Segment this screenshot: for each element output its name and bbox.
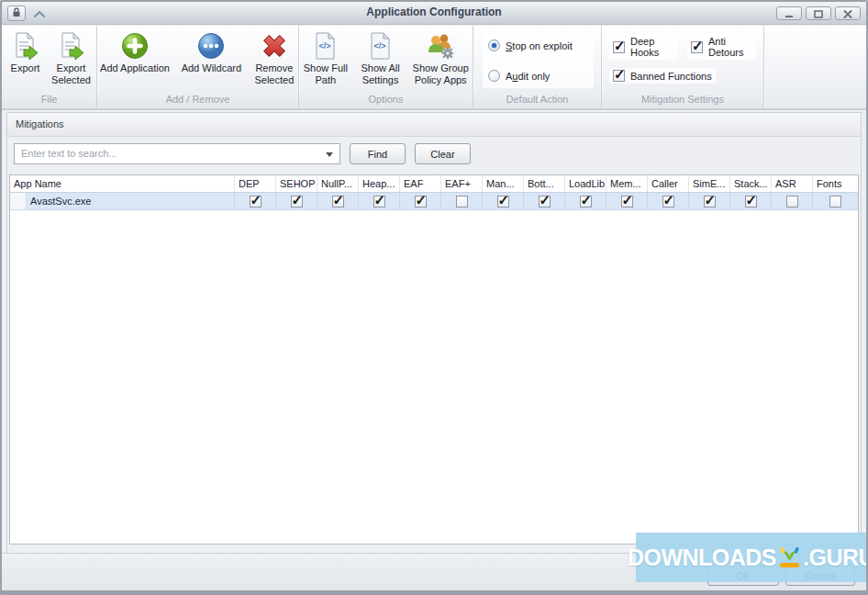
mitigation-cell-man: [483, 193, 524, 209]
radio-icon: [488, 70, 500, 82]
export-selected-icon: [57, 31, 86, 61]
anti-detours-checkbox[interactable]: Anti Detours: [687, 34, 756, 60]
minimize-button[interactable]: [776, 6, 802, 20]
mitigations-panel: Mitigations Enter text to search... Find…: [6, 112, 862, 584]
mitigation-cell-eaf: [400, 193, 441, 209]
grid-column-header[interactable]: Mem...: [606, 175, 648, 192]
mitigation-checkbox[interactable]: [291, 196, 303, 208]
mitigation-cell-stack: [730, 193, 772, 209]
show-all-settings-button[interactable]: </> Show All Settings: [356, 30, 406, 87]
mitigation-cell-bott: [524, 193, 565, 209]
export-selected-button[interactable]: Export Selected: [48, 30, 95, 87]
grid-column-header[interactable]: Stack...: [730, 175, 772, 192]
mitigation-checkbox[interactable]: [415, 196, 427, 208]
show-all-settings-label: Show All Settings: [358, 62, 404, 86]
maximize-icon: [814, 6, 823, 22]
mitigation-checkbox[interactable]: [373, 196, 385, 208]
grid-column-header[interactable]: EAF: [400, 175, 441, 192]
ribbon-group-options: </> Show Full Path </> Show All Settings…: [299, 26, 473, 108]
grid-column-header[interactable]: Bott...: [524, 175, 565, 192]
mitigation-checkbox[interactable]: [332, 196, 344, 208]
search-placeholder: Enter text to search...: [21, 148, 117, 159]
mitigation-checkbox[interactable]: [250, 196, 262, 208]
export-selected-label: Export Selected: [50, 62, 94, 86]
mitigation-checkbox[interactable]: [580, 196, 592, 208]
grid-column-header[interactable]: ASR: [772, 175, 813, 192]
mitigation-checkbox[interactable]: [704, 196, 716, 208]
titlebar: Application Configuration: [2, 2, 866, 25]
audit-only-radio[interactable]: Audit only: [488, 70, 588, 82]
checkbox-icon: [691, 41, 703, 53]
mitigation-cell-heap: [359, 193, 400, 209]
ribbon-empty-space: [764, 26, 866, 108]
grid-column-header[interactable]: DEP: [235, 175, 276, 192]
mitigation-checkbox[interactable]: [829, 196, 841, 208]
mitigation-checkbox[interactable]: [621, 196, 633, 208]
grid-column-header[interactable]: App Name: [10, 175, 235, 192]
add-application-label: Add Application: [100, 62, 170, 74]
table-row[interactable]: AvastSvc.exe: [10, 193, 858, 210]
grid-column-header[interactable]: LoadLib: [565, 175, 606, 192]
group-policy-icon: [426, 31, 455, 61]
minimize-icon: [785, 6, 794, 22]
mitigation-checkbox[interactable]: [745, 196, 757, 208]
grid-column-header[interactable]: EAF+: [441, 175, 483, 192]
export-button[interactable]: Export: [4, 30, 48, 75]
watermark-text-right: .GURU: [803, 544, 868, 570]
show-group-policy-apps-label: Show Group Policy Apps: [410, 62, 471, 86]
app-name-cell[interactable]: AvastSvc.exe: [27, 193, 235, 209]
banned-functions-checkbox[interactable]: Banned Functions: [609, 68, 716, 84]
row-selector-cell[interactable]: [10, 193, 27, 209]
downloads-guru-watermark: DOWNLOADS.GURU: [636, 533, 866, 582]
grid-column-header[interactable]: Fonts: [813, 175, 858, 192]
mitigation-cell-eaf+: [441, 193, 483, 209]
window-title: Application Configuration: [2, 6, 866, 18]
close-button[interactable]: [835, 6, 861, 20]
export-label: Export: [11, 62, 40, 74]
show-full-path-button[interactable]: </> Show Full Path: [299, 30, 352, 87]
group-label-mitigation-settings: Mitigation Settings: [602, 94, 763, 107]
mitigation-checkbox[interactable]: [497, 196, 509, 208]
add-application-button[interactable]: Add Application: [97, 30, 172, 75]
deep-hooks-checkbox[interactable]: Deep Hooks: [609, 34, 678, 60]
ribbon-group-mitigation-settings: Deep Hooks Anti Detours Banned Functions…: [602, 26, 764, 108]
mitigation-cell-asr: [772, 193, 813, 209]
mitigations-grid: App NameDEPSEHOPNullP...Heap...EAFEAF+Ma…: [9, 174, 859, 544]
checkbox-icon: [613, 41, 625, 53]
grid-column-header[interactable]: SimE...: [689, 175, 730, 192]
chevron-down-icon[interactable]: [326, 152, 333, 157]
mitigation-checkbox[interactable]: [786, 196, 798, 208]
grid-column-header[interactable]: Heap...: [359, 175, 400, 192]
group-label-file: File: [2, 94, 96, 107]
ribbon-group-file: Export Export Selected File: [2, 26, 97, 108]
group-label-add-remove: Add / Remove: [97, 94, 298, 107]
mitigation-checkbox[interactable]: [662, 196, 674, 208]
audit-only-label: Audit only: [506, 71, 550, 82]
radio-icon: [488, 39, 500, 51]
search-combobox[interactable]: Enter text to search...: [14, 143, 340, 164]
grid-column-header[interactable]: Caller: [648, 175, 689, 192]
mitigation-checkbox[interactable]: [456, 196, 468, 208]
add-wildcard-button[interactable]: Add Wildcard: [178, 30, 245, 75]
mitigation-cell-nullp: [317, 193, 359, 209]
mitigation-cell-loadlib: [565, 193, 606, 209]
ribbon: Export Export Selected File Add Applicat…: [2, 26, 866, 110]
grid-header-row: App NameDEPSEHOPNullP...Heap...EAFEAF+Ma…: [10, 175, 858, 193]
show-full-path-icon: </>: [311, 31, 340, 61]
grid-column-header[interactable]: SEHOP: [276, 175, 317, 192]
grid-column-header[interactable]: NullP...: [317, 175, 359, 192]
maximize-button[interactable]: [806, 6, 831, 20]
stop-on-exploit-radio[interactable]: Stop on exploit: [488, 39, 588, 51]
find-button[interactable]: Find: [350, 143, 406, 164]
mitigation-cell-mem: [606, 193, 648, 209]
remove-selected-button[interactable]: Remove Selected: [250, 30, 298, 87]
show-group-policy-apps-button[interactable]: Show Group Policy Apps: [408, 30, 473, 87]
add-application-icon: [120, 31, 150, 61]
checkbox-icon: [613, 70, 625, 82]
sprout-icon: [777, 545, 802, 570]
mitigation-checkbox[interactable]: [539, 196, 551, 208]
mitigation-cell-dep: [235, 193, 276, 209]
clear-button[interactable]: Clear: [415, 143, 471, 164]
group-label-default-action: Default Action: [473, 94, 601, 107]
grid-column-header[interactable]: Man...: [483, 175, 524, 192]
